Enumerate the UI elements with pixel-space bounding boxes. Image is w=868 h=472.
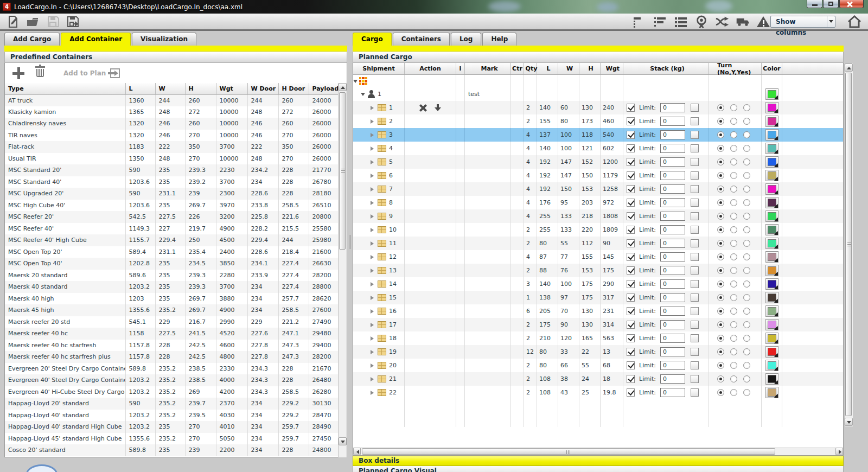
turn-no-radio[interactable] xyxy=(717,104,724,111)
limit-input[interactable] xyxy=(660,157,685,167)
turn-y-radio[interactable] xyxy=(730,186,737,193)
expand-caret-icon[interactable] xyxy=(371,146,376,151)
cargo-item-row[interactable]: 222108432519.8Limit: xyxy=(353,386,843,399)
turn-y-radio[interactable] xyxy=(730,321,737,328)
column-header-color[interactable]: Color xyxy=(762,63,782,74)
limit-input[interactable] xyxy=(660,252,685,261)
limit-input[interactable] xyxy=(660,279,685,289)
turn-no-radio[interactable] xyxy=(717,172,724,179)
stack-extra-checkbox[interactable] xyxy=(691,294,699,302)
expand-caret-icon[interactable] xyxy=(371,133,376,137)
cargo-item-row[interactable]: 2215580173460Limit: xyxy=(353,114,843,128)
limit-input[interactable] xyxy=(660,117,685,126)
stack-enabled-checkbox[interactable] xyxy=(627,239,635,247)
limit-input[interactable] xyxy=(660,266,685,275)
cargo-item-row[interactable]: 1214060130240Limit: xyxy=(353,101,843,114)
color-swatch-button[interactable] xyxy=(765,183,778,195)
turn-yes-radio[interactable] xyxy=(743,308,750,315)
turn-y-radio[interactable] xyxy=(730,213,737,220)
turn-y-radio[interactable] xyxy=(730,362,737,369)
color-swatch-button[interactable] xyxy=(765,346,778,358)
hscrollbar-thumb[interactable] xyxy=(362,448,775,455)
turn-no-radio[interactable] xyxy=(717,321,724,328)
stack-enabled-checkbox[interactable] xyxy=(627,104,635,112)
shuffle-icon[interactable] xyxy=(715,15,729,29)
delete-container-icon[interactable] xyxy=(36,69,44,77)
limit-input[interactable] xyxy=(660,144,685,153)
turn-y-radio[interactable] xyxy=(730,240,737,247)
stack-extra-checkbox[interactable] xyxy=(691,375,699,383)
stack-extra-checkbox[interactable] xyxy=(691,144,699,152)
cargo-item-row[interactable]: 8417695203972Limit: xyxy=(353,196,843,209)
turn-y-radio[interactable] xyxy=(730,389,737,396)
box-details-header[interactable]: Box details xyxy=(353,456,844,466)
limit-input[interactable] xyxy=(660,171,685,180)
color-swatch-button[interactable] xyxy=(765,387,778,398)
panel-splitter[interactable] xyxy=(347,33,353,457)
color-swatch-button[interactable] xyxy=(765,102,778,113)
turn-y-radio[interactable] xyxy=(730,158,737,165)
turn-y-radio[interactable] xyxy=(730,267,737,274)
expand-caret-icon[interactable] xyxy=(371,160,376,164)
turn-no-radio[interactable] xyxy=(717,308,724,315)
scroll-down-button[interactable] xyxy=(845,418,853,426)
column-header-qty[interactable]: Qty xyxy=(524,63,537,74)
cargo-group-row[interactable]: 1test xyxy=(353,87,843,101)
column-header-w[interactable]: W xyxy=(155,83,185,94)
table-row[interactable]: Happag-Lloyd 45' standard High Cube1355.… xyxy=(5,433,339,445)
collapse-caret-icon[interactable] xyxy=(361,93,365,98)
cargo-item-row[interactable]: 112805511290Limit: xyxy=(353,237,843,250)
limit-input[interactable] xyxy=(660,225,685,234)
color-swatch-button[interactable] xyxy=(765,265,778,276)
color-swatch-button[interactable] xyxy=(765,129,778,141)
stack-enabled-checkbox[interactable] xyxy=(627,199,635,207)
right-table-vscrollbar[interactable] xyxy=(844,63,853,426)
column-header-type[interactable]: Type xyxy=(5,83,125,94)
turn-no-radio[interactable] xyxy=(717,226,724,233)
table-row[interactable]: Maersk 40 standard1203.2235239.337002342… xyxy=(5,281,339,293)
cargo-item-row[interactable]: 212108382418Limit: xyxy=(353,372,843,386)
turn-no-radio[interactable] xyxy=(717,280,724,288)
expand-caret-icon[interactable] xyxy=(371,391,376,395)
color-swatch-button[interactable] xyxy=(765,251,778,263)
stack-enabled-checkbox[interactable] xyxy=(627,266,635,275)
scroll-down-button[interactable] xyxy=(339,437,347,445)
delete-cargo-icon[interactable] xyxy=(419,104,427,112)
stack-extra-checkbox[interactable] xyxy=(691,185,699,193)
limit-input[interactable] xyxy=(660,198,685,207)
scroll-right-button[interactable] xyxy=(835,448,843,455)
stack-enabled-checkbox[interactable] xyxy=(627,321,635,329)
collapse-caret-icon[interactable] xyxy=(353,80,358,85)
turn-no-radio[interactable] xyxy=(717,389,724,396)
column-header-w-door[interactable]: W Door xyxy=(247,83,278,94)
expand-caret-icon[interactable] xyxy=(371,174,376,178)
cargo-item-row[interactable]: 16620570130231Limit: xyxy=(353,304,843,318)
column-header-w[interactable]: W xyxy=(558,63,579,74)
table-row[interactable]: Cosco 20' standard589.823523922002342282… xyxy=(5,444,339,456)
table-row[interactable]: MSC Reefer 20'542.5227.52263200225.8221.… xyxy=(5,211,339,223)
color-swatch-button[interactable] xyxy=(765,197,778,208)
limit-input[interactable] xyxy=(660,239,685,248)
stack-extra-checkbox[interactable] xyxy=(691,199,699,207)
save-icon[interactable] xyxy=(47,15,60,29)
expand-caret-icon[interactable] xyxy=(371,336,376,341)
cargo-item-row[interactable]: 741921501531258Limit: xyxy=(353,182,843,196)
stack-enabled-checkbox[interactable] xyxy=(627,144,635,152)
table-row[interactable]: Maersk reefer 40 hc1158227.5241.54520227… xyxy=(5,328,339,340)
cargo-item-row[interactable]: 44140100121602Limit: xyxy=(353,142,843,155)
turn-no-radio[interactable] xyxy=(717,294,724,301)
stack-enabled-checkbox[interactable] xyxy=(627,117,635,125)
limit-input[interactable] xyxy=(660,388,685,397)
turn-no-radio[interactable] xyxy=(717,145,724,152)
stack-enabled-checkbox[interactable] xyxy=(627,375,635,383)
maximize-button[interactable] xyxy=(823,0,839,8)
close-button[interactable] xyxy=(839,0,864,8)
expand-caret-icon[interactable] xyxy=(371,119,376,124)
tab-cargo[interactable]: Cargo xyxy=(353,33,392,46)
hide-view-icon[interactable] xyxy=(694,15,709,29)
table-row[interactable]: Happag-Lloyd 40' standard1203.2235.2239.… xyxy=(5,410,339,422)
column-header-shipment[interactable]: Shipment xyxy=(353,63,405,74)
cargo-item-row[interactable]: 942551332181808Limit: xyxy=(353,209,843,223)
table-row[interactable]: Evergreen 20' Steel Dry Cargo Containe58… xyxy=(5,363,339,375)
cargo-item-row[interactable]: 34137100118540Limit: xyxy=(353,128,843,142)
